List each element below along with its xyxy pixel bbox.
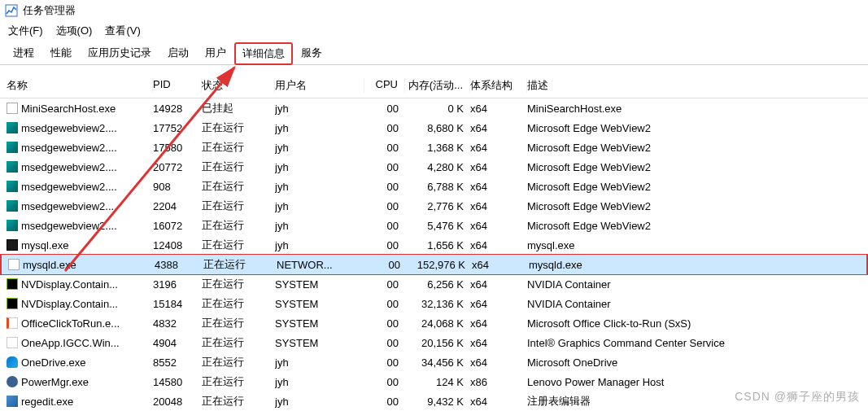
- table-row[interactable]: OneDrive.exe8552正在运行jyh0034,456 Kx64Micr…: [0, 352, 868, 372]
- process-icon: [7, 298, 18, 309]
- cell-arch: x64: [470, 278, 527, 291]
- table-row[interactable]: PowerMgr.exe14580正在运行jyh00124 Kx86Lenovo…: [0, 372, 868, 391]
- cell-desc: MiniSearchHost.exe: [527, 103, 861, 115]
- cell-pid: 908: [153, 181, 202, 193]
- cell-cpu: 00: [364, 317, 405, 330]
- col-status[interactable]: 状态: [202, 78, 275, 93]
- cell-memory: 6,256 K: [405, 278, 470, 291]
- cell-pid: 14580: [153, 376, 202, 388]
- table-row[interactable]: msedgewebview2....20772正在运行jyh004,280 Kx…: [0, 157, 868, 177]
- cell-cpu: 00: [364, 200, 405, 212]
- window-title: 任务管理器: [23, 3, 76, 18]
- titlebar: 任务管理器: [0, 0, 868, 21]
- cell-desc: Microsoft Edge WebView2: [527, 142, 861, 154]
- process-icon: [7, 396, 18, 407]
- cell-pid: 4904: [153, 337, 202, 349]
- tab-2[interactable]: 应用历史记录: [80, 42, 159, 64]
- col-pid[interactable]: PID: [153, 78, 202, 93]
- cell-cpu: 00: [364, 278, 405, 291]
- cell-user: jyh: [275, 239, 364, 251]
- table-row[interactable]: mysqld.exe4388正在运行NETWOR...00152,976 Kx6…: [0, 254, 868, 275]
- cell-arch: x64: [472, 259, 529, 271]
- cell-cpu: 00: [364, 356, 405, 369]
- process-name: OfficeClickToRun.e...: [21, 317, 120, 330]
- tab-1[interactable]: 性能: [42, 42, 80, 64]
- col-user[interactable]: 用户名: [275, 78, 364, 93]
- col-desc[interactable]: 描述: [527, 78, 861, 93]
- cell-pid: 17752: [153, 122, 202, 134]
- cell-user: SYSTEM: [275, 337, 364, 349]
- col-arch[interactable]: 体系结构: [470, 78, 527, 93]
- table-row[interactable]: msedgewebview2....2204正在运行jyh002,776 Kx6…: [0, 196, 868, 216]
- table-row[interactable]: msedgewebview2....908正在运行jyh006,788 Kx64…: [0, 177, 868, 196]
- cell-cpu: 00: [364, 181, 405, 193]
- table-row[interactable]: msedgewebview2....16072正在运行jyh005,476 Kx…: [0, 216, 868, 235]
- menu-file[interactable]: 文件(F): [8, 24, 43, 38]
- column-headers[interactable]: 名称 PID 状态 用户名 CPU 内存(活动... 体系结构 描述: [0, 73, 868, 98]
- cell-pid: 16072: [153, 220, 202, 232]
- cell-arch: x64: [470, 396, 527, 408]
- tabbar: 进程性能应用历史记录启动用户详细信息服务: [0, 41, 868, 65]
- cell-status: 正在运行: [202, 296, 275, 311]
- cell-pid: 8552: [153, 356, 202, 369]
- table-row[interactable]: MiniSearchHost.exe14928已挂起jyh000 Kx64Min…: [0, 98, 868, 118]
- menu-view[interactable]: 查看(V): [105, 24, 140, 38]
- cell-arch: x64: [470, 298, 527, 310]
- cell-arch: x86: [470, 376, 527, 388]
- tab-0[interactable]: 进程: [5, 42, 42, 64]
- cell-cpu: 00: [364, 376, 405, 388]
- process-name: MiniSearchHost.exe: [21, 103, 116, 115]
- cell-memory: 2,776 K: [405, 200, 470, 212]
- process-icon: [7, 200, 18, 212]
- col-cpu[interactable]: CPU: [364, 78, 405, 93]
- cell-user: jyh: [275, 396, 364, 408]
- table-row[interactable]: msedgewebview2....17752正在运行jyh008,680 Kx…: [0, 118, 868, 138]
- cell-cpu: 00: [364, 161, 405, 173]
- cell-cpu: 00: [364, 239, 405, 251]
- process-icon: [7, 122, 18, 133]
- col-name[interactable]: 名称: [7, 78, 153, 93]
- cell-cpu: 00: [364, 337, 405, 349]
- process-icon: [8, 259, 20, 270]
- cell-memory: 5,476 K: [405, 220, 470, 232]
- table-row[interactable]: NVDisplay.Contain...15184正在运行SYSTEM0032,…: [0, 294, 868, 313]
- cell-user: SYSTEM: [275, 298, 364, 310]
- watermark: CSDN @狮子座的男孩: [735, 390, 860, 404]
- col-memory[interactable]: 内存(活动...: [405, 78, 470, 93]
- cell-user: jyh: [275, 181, 364, 193]
- tab-3[interactable]: 启动: [159, 42, 197, 64]
- cell-desc: Lenovo Power Manager Host: [527, 376, 861, 388]
- table-row[interactable]: msedgewebview2....17580正在运行jyh001,368 Kx…: [0, 138, 868, 157]
- table-row[interactable]: mysql.exe12408正在运行jyh001,656 Kx64mysql.e…: [0, 235, 868, 255]
- process-icon: [7, 239, 18, 251]
- cell-user: SYSTEM: [275, 278, 364, 291]
- process-name: msedgewebview2....: [21, 161, 117, 173]
- cell-arch: x64: [470, 122, 527, 134]
- app-icon: [5, 4, 18, 17]
- menu-options[interactable]: 选项(O): [56, 24, 93, 38]
- cell-arch: x64: [470, 200, 527, 212]
- table-row[interactable]: OfficeClickToRun.e...4832正在运行SYSTEM0024,…: [0, 313, 868, 333]
- tab-5[interactable]: 详细信息: [234, 42, 293, 65]
- process-icon: [7, 181, 18, 192]
- cell-arch: x64: [470, 220, 527, 232]
- cell-user: jyh: [275, 122, 364, 134]
- tab-6[interactable]: 服务: [293, 42, 330, 64]
- cell-status: 正在运行: [202, 140, 275, 155]
- cell-pid: 15184: [153, 298, 202, 310]
- table-row[interactable]: OneApp.IGCC.Win...4904正在运行SYSTEM0020,156…: [0, 333, 868, 352]
- cell-desc: Microsoft Edge WebView2: [527, 200, 861, 212]
- cell-desc: mysql.exe: [527, 239, 861, 251]
- table-row[interactable]: NVDisplay.Contain...3196正在运行SYSTEM006,25…: [0, 274, 868, 294]
- cell-memory: 0 K: [405, 103, 470, 115]
- process-name: msedgewebview2....: [21, 181, 117, 193]
- process-icon: [7, 278, 18, 290]
- cell-pid: 12408: [153, 239, 202, 251]
- cell-arch: x64: [470, 181, 527, 193]
- cell-arch: x64: [470, 337, 527, 349]
- process-name: PowerMgr.exe: [21, 376, 89, 388]
- cell-cpu: 00: [364, 396, 405, 408]
- process-name: NVDisplay.Contain...: [21, 298, 118, 310]
- cell-arch: x64: [470, 239, 527, 251]
- tab-4[interactable]: 用户: [197, 42, 234, 64]
